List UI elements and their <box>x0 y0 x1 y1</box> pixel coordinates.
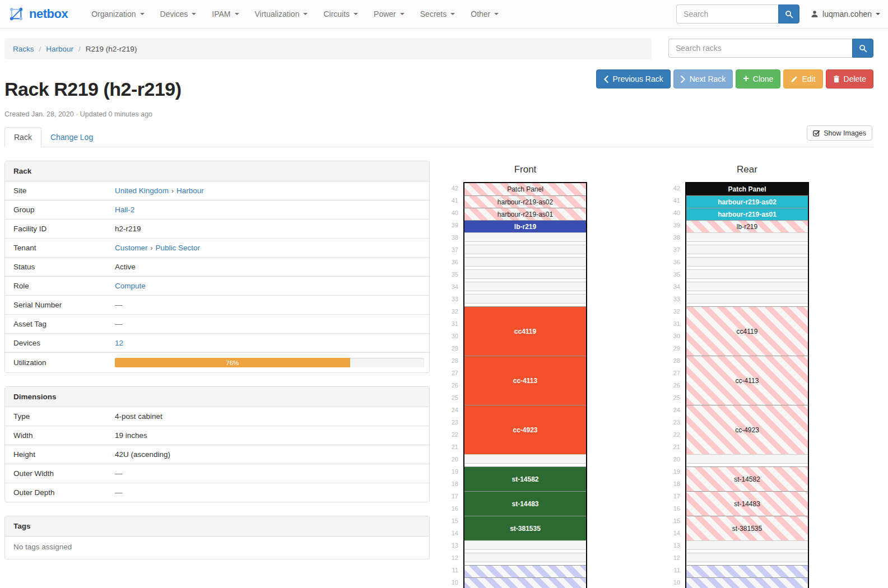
device-block-patch-panel[interactable]: Patch Panel <box>464 183 586 195</box>
nav-item-other[interactable]: Other <box>463 0 506 29</box>
unit-number: 20 <box>664 453 680 465</box>
rack-unit-empty[interactable] <box>686 454 808 466</box>
nav-item-devices[interactable]: Devices <box>152 0 204 29</box>
field-label: Devices <box>5 334 115 352</box>
global-search-input[interactable] <box>676 4 778 24</box>
link-customer[interactable]: Customer <box>115 244 148 252</box>
breadcrumb-separator: / <box>73 45 86 53</box>
unit-number: 19 <box>443 465 458 478</box>
field-row-type: Type4-post cabinet <box>5 407 429 426</box>
rack-unit-empty[interactable] <box>686 282 808 294</box>
rack-unit-empty[interactable] <box>686 294 808 306</box>
rack-search-input[interactable] <box>668 39 852 58</box>
unit-number: 36 <box>664 256 680 268</box>
rack-unit-empty[interactable] <box>686 540 808 553</box>
device-block-harbour-r219-as01[interactable]: harbour-r219-as01 <box>686 208 808 220</box>
link-public-sector[interactable]: Public Sector <box>156 244 201 252</box>
rack-unit-empty[interactable] <box>464 245 586 257</box>
field-label: Group <box>5 200 115 219</box>
rack-unit-empty[interactable] <box>464 294 586 306</box>
link-hall-2[interactable]: Hall-2 <box>115 206 134 214</box>
device-block-st-14483[interactable]: st-14483 <box>464 491 586 516</box>
field-text: 19 inches <box>115 431 147 440</box>
device-block-lb-r219[interactable]: lb-r219 <box>686 220 808 232</box>
chevron-down-icon <box>400 13 405 15</box>
device-block-lb-r219[interactable]: lb-r219 <box>464 220 586 232</box>
rear-elevation: Rear 42414039383736353433323130292827262… <box>664 164 810 588</box>
device-block-patch-panel[interactable]: Patch Panel <box>686 183 808 195</box>
rack-unit-empty-slot <box>686 294 808 304</box>
global-search-button[interactable] <box>778 4 799 24</box>
show-images-button[interactable]: Show Images <box>807 125 872 141</box>
link-12[interactable]: 12 <box>115 339 123 347</box>
breadcrumb-item-harbour[interactable]: Harbour <box>46 45 73 53</box>
tab-rack[interactable]: Rack <box>4 127 41 147</box>
rack-unit-empty-slot <box>686 257 808 267</box>
plus-icon: + <box>743 73 749 83</box>
edit-button[interactable]: Edit <box>783 69 822 88</box>
device-block-st-14582[interactable]: st-14582 <box>464 466 586 491</box>
dimensions-panel-rows: Type4-post cabinetWidth19 inchesHeight42… <box>5 407 429 502</box>
rack-unit-empty[interactable] <box>686 245 808 257</box>
clone-button[interactable]: + Clone <box>736 69 780 88</box>
rack-unit-empty-slot <box>464 257 586 267</box>
breadcrumb: Racks/Harbour/R219 (h2-r219) <box>4 38 652 59</box>
nav-item-ipam[interactable]: IPAM <box>204 0 247 29</box>
previous-rack-button[interactable]: Previous Rack <box>596 69 670 88</box>
device-block-cc-4113[interactable]: cc-4113 <box>686 356 808 405</box>
breadcrumb-separator: / <box>34 45 47 53</box>
delete-button[interactable]: Delete <box>826 69 873 88</box>
nav-item-virtualization[interactable]: Virtualization <box>247 0 316 29</box>
unit-number: 34 <box>443 281 458 293</box>
user-menu[interactable]: luqman.cohen <box>811 10 880 18</box>
field-row-utilization: Utilization76% <box>5 353 429 372</box>
rack-unit-empty[interactable] <box>464 454 586 466</box>
unit-number: 25 <box>443 391 458 404</box>
device-block-cc-4113[interactable]: cc-4113 <box>464 356 586 405</box>
rack-unit-empty[interactable] <box>464 540 586 553</box>
rack-unit-empty[interactable] <box>686 553 808 565</box>
nav-item-power[interactable]: Power <box>366 0 412 29</box>
device-block-st-381535[interactable]: st-381535 <box>464 516 586 540</box>
device-block-cc-4923[interactable]: cc-4923 <box>686 405 808 454</box>
device-block-cc4119[interactable]: cc4119 <box>464 306 586 356</box>
device-block-cc-4923[interactable]: cc-4923 <box>464 405 586 454</box>
breadcrumb-item-racks[interactable]: Racks <box>13 45 34 53</box>
field-label: Asset Tag <box>5 315 115 333</box>
next-rack-button[interactable]: Next Rack <box>673 69 733 88</box>
device-block-cc4119[interactable]: cc4119 <box>686 306 808 356</box>
previous-rack-label: Previous Rack <box>612 74 663 83</box>
unit-number: 40 <box>443 207 458 219</box>
rack-unit-empty[interactable] <box>464 553 586 565</box>
unit-number: 30 <box>664 330 680 342</box>
tab-bar: RackChange Log <box>4 125 873 147</box>
device-block-harbour-r219-as02[interactable]: harbour-r219-as02 <box>686 195 808 208</box>
rack-unit-empty[interactable] <box>686 257 808 269</box>
tab-change-log[interactable]: Change Log <box>41 128 102 147</box>
rack-unit-empty[interactable] <box>686 232 808 245</box>
rack-unit-empty[interactable] <box>686 269 808 282</box>
device-block-harbour-r219-as02[interactable]: harbour-r219-as02 <box>464 195 586 208</box>
device-block-harbour-r219-as01[interactable]: harbour-r219-as01 <box>464 208 586 220</box>
path-separator: › <box>148 244 156 252</box>
rack-unit-empty-slot <box>464 232 586 242</box>
rack-unit-empty[interactable] <box>464 282 586 294</box>
unit-number: 42 <box>664 182 680 194</box>
rack-unit-empty[interactable] <box>464 269 586 282</box>
rack-search-button[interactable] <box>852 39 873 58</box>
nav-item-organization[interactable]: Organization <box>83 0 152 29</box>
field-label: Outer Width <box>5 464 115 483</box>
nav-item-secrets[interactable]: Secrets <box>412 0 463 29</box>
link-compute[interactable]: Compute <box>115 282 146 290</box>
device-block-st-381535[interactable]: st-381535 <box>686 516 808 540</box>
netbox-brand[interactable]: netbox <box>8 6 68 22</box>
device-block-st-14582[interactable]: st-14582 <box>686 466 808 491</box>
unit-number: 24 <box>664 404 680 416</box>
rack-unit-empty[interactable] <box>464 232 586 245</box>
device-block-st-14483[interactable]: st-14483 <box>686 491 808 516</box>
link-harbour[interactable]: Harbour <box>176 186 204 195</box>
link-united-kingdom[interactable]: United Kingdom <box>115 186 169 195</box>
nav-item-circuits[interactable]: Circuits <box>315 0 366 29</box>
rack-unit-empty[interactable] <box>464 257 586 269</box>
rack-unit-empty-slot <box>464 269 586 279</box>
